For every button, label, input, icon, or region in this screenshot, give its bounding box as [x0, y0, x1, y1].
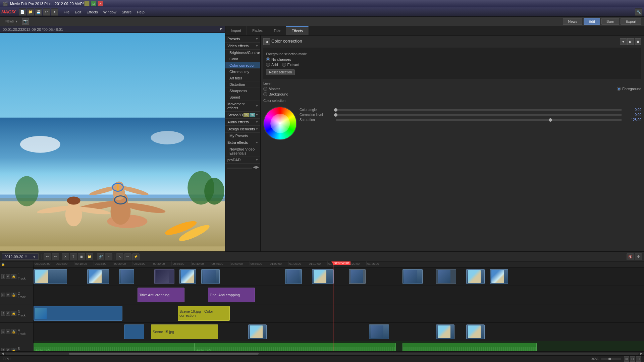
radio-add[interactable]: Add: [266, 63, 278, 67]
clip-track4-photo3[interactable]: [436, 324, 454, 339]
timeline-date-arrow[interactable]: ▼: [33, 255, 36, 259]
reset-selection-button[interactable]: Reset selection: [266, 69, 295, 75]
section-extra-effects[interactable]: Extra effects ▼: [225, 139, 260, 146]
toolbar-icon-1[interactable]: 📄: [19, 8, 26, 16]
track-3-m[interactable]: M: [6, 311, 10, 316]
tab-burn[interactable]: Burn: [601, 18, 619, 25]
scrollbar-track[interactable]: [5, 353, 639, 355]
color-wheel-handle[interactable]: [279, 122, 281, 125]
tl-settings[interactable]: ⚙: [635, 253, 642, 260]
clip-track4-1[interactable]: [124, 324, 144, 339]
clip-track1-1[interactable]: [34, 269, 67, 284]
tab-export[interactable]: Export: [621, 18, 641, 25]
list-prev[interactable]: ◀: [253, 165, 256, 169]
radio-master[interactable]: Master: [263, 87, 280, 91]
timeline-tracks[interactable]: 00:05:48:01 00:00:00:00 00:05:00 00:10:0…: [34, 261, 644, 351]
tl-stop[interactable]: ⏹: [78, 253, 85, 260]
track-1-lock[interactable]: 🔒: [11, 274, 16, 279]
color-angle-slider[interactable]: [336, 109, 622, 111]
track-5-lock[interactable]: 🔒: [11, 348, 16, 351]
scrollbar-thumb[interactable]: [69, 353, 259, 355]
tl-delete[interactable]: ✕: [62, 253, 69, 260]
radio-background[interactable]: Background: [263, 92, 288, 96]
tab-title[interactable]: Title: [268, 26, 286, 35]
timeline-date-close[interactable]: ✕: [24, 254, 28, 259]
item-sharpness[interactable]: Sharpness: [225, 88, 260, 94]
clip-track4-photo1[interactable]: [248, 324, 267, 339]
clip-track1-8[interactable]: [312, 269, 334, 284]
section-stereo3d[interactable]: Stereo3D 3D 3D ▼: [225, 112, 260, 119]
menu-file[interactable]: File: [61, 9, 72, 15]
tl-folder[interactable]: 📁: [86, 253, 93, 260]
tl-magic[interactable]: ⚡: [132, 253, 140, 260]
minimize-button[interactable]: ─: [84, 1, 90, 6]
section-audio-effects[interactable]: Audio effects ▼: [225, 119, 260, 126]
correction-level-slider[interactable]: [336, 114, 622, 116]
maximize-button[interactable]: □: [91, 1, 96, 6]
section-prodad[interactable]: proDAD ▼: [225, 157, 260, 164]
track-4-s[interactable]: S: [1, 329, 5, 334]
item-art-filter[interactable]: Art filter: [225, 75, 260, 81]
section-movement-effects[interactable]: Movement effects ▼: [225, 101, 260, 112]
clip-track4-yellow[interactable]: Scene 15.jpg: [151, 324, 218, 339]
ruler-lock[interactable]: 🔒: [1, 263, 5, 266]
panel-back-button[interactable]: ◀: [263, 38, 270, 45]
clip-track1-10[interactable]: [402, 269, 423, 284]
menu-window[interactable]: Window: [101, 9, 119, 15]
clip-track2-1[interactable]: Title: Anti cropping: [138, 288, 184, 302]
clip-audio-2[interactable]: Audio.mp3: [195, 343, 396, 351]
clip-track1-11[interactable]: [436, 269, 456, 284]
tab-news[interactable]: News: [563, 18, 582, 25]
clip-audio-1[interactable]: Audio.mp3: [34, 343, 195, 351]
clip-track2-2[interactable]: Title: Anti cropping: [208, 288, 255, 302]
track-1-m[interactable]: M: [6, 274, 10, 279]
item-color[interactable]: Color: [225, 56, 260, 62]
track-3-s[interactable]: S: [1, 311, 5, 316]
tl-redo[interactable]: ↪: [52, 253, 59, 260]
scroll-left-btn[interactable]: ◀: [1, 352, 4, 355]
clip-track1-4[interactable]: [154, 269, 174, 284]
item-brightness-contrast[interactable]: Brightness/Contrast: [225, 50, 260, 56]
track-2-s[interactable]: S: [1, 293, 5, 297]
clip-track1-13[interactable]: [490, 269, 508, 284]
clip-track3-blue[interactable]: [34, 306, 122, 321]
tab-import[interactable]: Import: [225, 26, 247, 35]
close-button[interactable]: ✕: [98, 1, 103, 6]
item-my-presets[interactable]: My Presets: [225, 133, 260, 139]
status-btn-3[interactable]: □: [636, 356, 641, 362]
menu-edit[interactable]: Edit: [72, 9, 84, 15]
clip-track1-6[interactable]: [201, 269, 220, 284]
panel-filter-button[interactable]: ▼: [620, 38, 627, 45]
clip-track1-3[interactable]: [119, 269, 134, 284]
status-btn-2[interactable]: ⊟: [630, 356, 635, 362]
panel-play-button[interactable]: ▶: [627, 38, 634, 45]
section-design-elements[interactable]: Design elements ▼: [225, 126, 260, 133]
toolbar-icon-5[interactable]: ➤: [51, 8, 58, 16]
toolbar-icon-extra[interactable]: 🔧: [635, 8, 642, 16]
track-5-m[interactable]: M: [6, 348, 10, 351]
menu-share[interactable]: Share: [119, 9, 134, 15]
item-color-correction[interactable]: Color correction: [225, 62, 260, 69]
tl-link[interactable]: 🔗: [97, 253, 104, 260]
clip-audio-3[interactable]: [402, 343, 537, 351]
tl-pencil[interactable]: ✏: [124, 253, 131, 260]
track-2-lock[interactable]: 🔒: [11, 293, 16, 297]
radio-extract[interactable]: Extract: [282, 63, 299, 67]
clip-track1-12[interactable]: [466, 269, 485, 284]
tl-undo[interactable]: ↩: [44, 253, 51, 260]
track-5-s[interactable]: S: [1, 348, 5, 351]
clip-track1-2[interactable]: [87, 269, 109, 284]
item-newblue[interactable]: NewBlue Video Essentials: [225, 146, 260, 157]
status-btn-1[interactable]: ⊞: [624, 356, 629, 362]
clip-track4-photo2[interactable]: [369, 324, 389, 339]
tab-fades[interactable]: Fades: [247, 26, 268, 35]
menu-help[interactable]: Help: [134, 9, 147, 15]
toolbar-icon-4[interactable]: ↩: [43, 8, 50, 16]
tab-edit[interactable]: Edit: [584, 18, 600, 25]
timeline-scrollbar[interactable]: ◀ ▶: [0, 351, 644, 355]
track-2-m[interactable]: M: [6, 293, 10, 297]
toolbar-icon-2[interactable]: 📁: [27, 8, 34, 16]
track-4-m[interactable]: M: [6, 329, 10, 334]
radio-foreground[interactable]: Foreground: [617, 87, 641, 91]
list-scrollbar[interactable]: [227, 168, 252, 169]
